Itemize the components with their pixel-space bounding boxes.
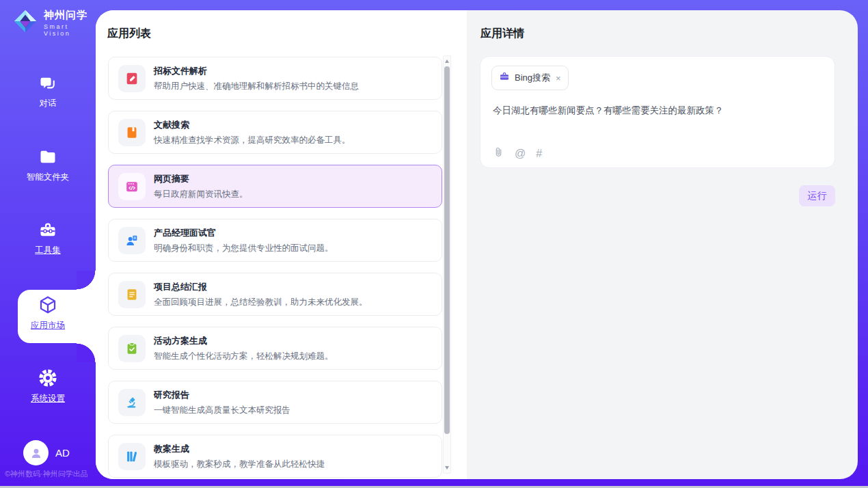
app-name: 项目总结汇报 [154,281,368,293]
chat-icon [0,74,96,93]
prompt-card[interactable]: Bing搜索 × 今日湖北有哪些新闻要点？有哪些需要关注的最新政策？ @ # [480,56,835,168]
sidebar-item-app-market[interactable]: 应用市场 [0,295,96,331]
app-card-lesson-plan[interactable]: 教案生成 模板驱动，教案秒成，教学准备从此轻松快捷 [108,435,442,478]
app-desc: 一键智能生成高质量长文本研究报告 [154,405,290,416]
app-card-list: 招标文件解析 帮助用户快速、准确地理解和解析招标书中的关键信息 文献搜索 快速精… [108,57,442,479]
scrollbar-thumb[interactable] [444,66,450,434]
interviewer-icon [118,227,146,254]
copyright-footer: ©神州数码·神州问学出品 [5,469,94,479]
briefcase-icon [499,71,510,85]
app-card-event-plan[interactable]: 活动方案生成 智能生成个性化活动方案，轻松解决规划难题。 [108,327,442,370]
toolbox-icon [0,221,96,240]
avatar [23,440,49,465]
app-card-web-summary[interactable]: 网页摘要 每日政府新闻资讯快查。 [108,165,442,208]
app-desc: 模板驱动，教案秒成，教学准备从此轻松快捷 [154,459,325,470]
clipboard-check-icon [118,335,146,362]
tool-chip-bing-search[interactable]: Bing搜索 × [491,66,569,90]
app-card-literature-search[interactable]: 文献搜索 快速精准查找学术资源，提高研究效率的必备工具。 [108,111,442,154]
webpage-code-icon [118,173,146,200]
tool-chip-label: Bing搜索 [515,72,550,84]
app-desc: 帮助用户快速、准确地理解和解析招标书中的关键信息 [154,81,359,92]
hash-icon[interactable]: # [536,148,542,159]
app-name: 网页摘要 [154,173,248,185]
sidebar-item-label: 对话 [40,98,57,109]
app-card-research-report[interactable]: 研究报告 一键智能生成高质量长文本研究报告 [108,381,442,424]
folder-icon [0,148,96,167]
document-edit-icon [118,65,146,92]
app-logo: 神州问学 Smart Vision [12,8,96,37]
app-detail-panel: 应用详情 Bing搜索 × 今日湖北有哪些新闻要点？有哪些需要关注的最新政策？ [467,10,858,479]
prompt-text[interactable]: 今日湖北有哪些新闻要点？有哪些需要关注的最新政策？ [493,104,822,118]
sidebar-item-label: 系统设置 [31,393,65,405]
sidebar-item-chat[interactable]: 对话 [0,74,96,109]
app-desc: 快速精准查找学术资源，提高研究效率的必备工具。 [154,135,351,146]
app-name: 产品经理面试官 [154,227,334,239]
app-desc: 每日政府新闻资讯快查。 [154,189,248,200]
app-card-project-summary[interactable]: 项目总结汇报 全面回顾项目进展，总结经验教训，助力未来优化发展。 [108,273,442,316]
app-desc: 明确身份和职责，为您提供专业性的面试问题。 [154,243,334,254]
logo-subtitle: Smart Vision [44,23,96,37]
scroll-down-arrow-icon[interactable] [444,463,450,472]
scroll-up-arrow-icon[interactable] [444,57,450,66]
main-content: 应用列表 招标文件解析 帮助用户快速、准确地理解和解析招标书中的关键信息 [96,10,858,479]
sidebar-item-settings[interactable]: 系统设置 [0,368,96,405]
run-button[interactable]: 运行 [799,185,835,206]
app-desc: 智能生成个性化活动方案，轻松解决规划难题。 [154,351,334,362]
app-card-pm-interviewer[interactable]: 产品经理面试官 明确身份和职责，为您提供专业性的面试问题。 [108,219,442,262]
sidebar-item-label: 工具集 [35,245,61,256]
sidebar: 神州问学 Smart Vision 对话 智能文件夹 [0,0,96,486]
input-toolbar: @ # [493,146,542,161]
app-name: 教案生成 [154,443,325,455]
logo-title: 神州问学 [44,9,96,22]
diamond-logo-icon [12,8,38,37]
app-list-scrollbar[interactable] [443,55,451,474]
sidebar-item-label: 应用市场 [31,320,65,331]
books-icon [118,443,146,470]
app-list-panel: 应用列表 招标文件解析 帮助用户快速、准确地理解和解析招标书中的关键信息 [96,10,467,479]
book-icon [118,119,146,146]
app-name: 活动方案生成 [154,335,334,347]
sidebar-item-label: 智能文件夹 [27,172,70,183]
app-name: 研究报告 [154,389,290,401]
app-name: 招标文件解析 [154,65,359,77]
app-name: 文献搜索 [154,119,351,131]
close-icon[interactable]: × [556,73,561,83]
paperclip-icon[interactable] [493,146,504,161]
user-name: AD [55,447,70,459]
user-account[interactable]: AD [23,440,70,465]
app-desc: 全面回顾项目进展，总结经验教训，助力未来优化发展。 [154,297,368,308]
sidebar-item-smart-folder[interactable]: 智能文件夹 [0,148,96,183]
at-icon[interactable]: @ [515,148,526,159]
app-list-title: 应用列表 [107,27,151,41]
microscope-icon [118,389,146,416]
cube-icon [0,295,96,315]
gear-icon [0,368,96,388]
summary-doc-icon [118,281,146,308]
app-card-bid-parse[interactable]: 招标文件解析 帮助用户快速、准确地理解和解析招标书中的关键信息 [108,57,442,100]
sidebar-item-toolset[interactable]: 工具集 [0,221,96,256]
app-detail-title: 应用详情 [480,27,524,41]
